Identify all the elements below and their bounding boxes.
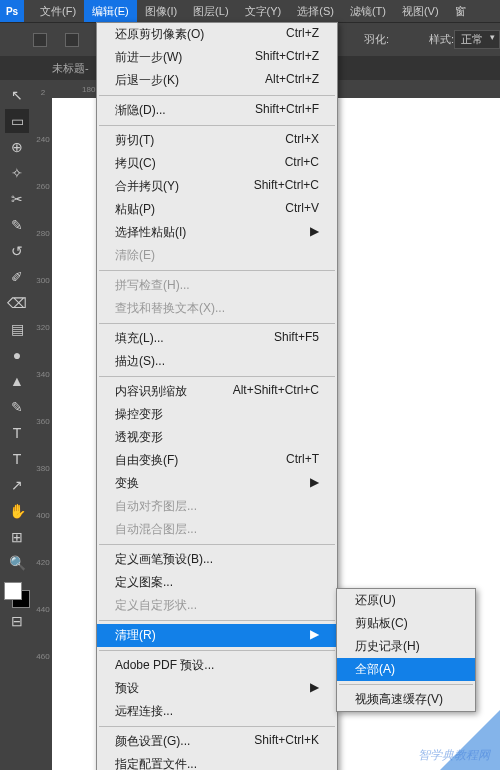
zoom-tool[interactable]: 🔍 xyxy=(5,551,29,575)
brush-tool[interactable]: ✐ xyxy=(5,265,29,289)
menu-item[interactable]: 剪切(T)Ctrl+X xyxy=(97,129,337,152)
menu-shortcut: Shift+F5 xyxy=(274,330,319,347)
menu-item[interactable]: 渐隐(D)...Shift+Ctrl+F xyxy=(97,99,337,122)
menu-item-label: 自动对齐图层... xyxy=(115,498,197,515)
menu-item[interactable]: 描边(S)... xyxy=(97,350,337,373)
menu-item[interactable]: 指定配置文件... xyxy=(97,753,337,770)
gradient-tool[interactable]: ▲ xyxy=(5,369,29,393)
stamp-tool[interactable]: ⌫ xyxy=(5,291,29,315)
menu-item[interactable]: 变换▶ xyxy=(97,472,337,495)
menu-item[interactable]: 定义画笔预设(B)... xyxy=(97,548,337,571)
menu-item-label: 还原剪切像素(O) xyxy=(115,26,204,43)
menu-item[interactable]: 定义图案... xyxy=(97,571,337,594)
blur-tool[interactable]: ✎ xyxy=(5,395,29,419)
menu-item-label: 颜色设置(G)... xyxy=(115,733,190,750)
marquee-preset-icon[interactable] xyxy=(33,33,47,47)
menu-item[interactable]: 视频高速缓存(V) xyxy=(337,688,475,711)
menu-item[interactable]: 合并拷贝(Y)Shift+Ctrl+C xyxy=(97,175,337,198)
menu-item[interactable]: 前进一步(W)Shift+Ctrl+Z xyxy=(97,46,337,69)
color-swatch[interactable] xyxy=(4,582,30,608)
purge-submenu: 还原(U)剪贴板(C)历史记录(H)全部(A)视频高速缓存(V) xyxy=(336,588,476,712)
menu-item[interactable]: 填充(L)...Shift+F5 xyxy=(97,327,337,350)
menu-item: 拼写检查(H)... xyxy=(97,274,337,297)
foreground-color[interactable] xyxy=(4,582,22,600)
style-label: 样式: xyxy=(429,32,454,47)
menu-item-label: 指定配置文件... xyxy=(115,756,197,770)
menu-item-label: 选择性粘贴(I) xyxy=(115,224,186,241)
menu-item[interactable]: 操控变形 xyxy=(97,403,337,426)
menu-item-label: 剪切(T) xyxy=(115,132,154,149)
menu-shortcut: Ctrl+V xyxy=(285,201,319,218)
menu-item: 查找和替换文本(X)... xyxy=(97,297,337,320)
eyedropper-tool[interactable]: ✎ xyxy=(5,213,29,237)
menu-item-label: 内容识别缩放 xyxy=(115,383,187,400)
menu-shortcut: Shift+Ctrl+C xyxy=(254,178,319,195)
menu-select[interactable]: 选择(S) xyxy=(289,0,342,22)
quickmask-tool[interactable]: ⊟ xyxy=(5,609,29,633)
marquee-mode-icon[interactable] xyxy=(65,33,79,47)
lasso-tool[interactable]: ⊕ xyxy=(5,135,29,159)
hand-tool[interactable]: ⊞ xyxy=(5,525,29,549)
menu-item-label: 远程连接... xyxy=(115,703,173,720)
menu-item-label: 清理(R) xyxy=(115,627,156,644)
menu-item[interactable]: 自由变换(F)Ctrl+T xyxy=(97,449,337,472)
menu-item[interactable]: 还原剪切像素(O)Ctrl+Z xyxy=(97,23,337,46)
menu-item[interactable]: 剪贴板(C) xyxy=(337,612,475,635)
path-tool[interactable]: ↗ xyxy=(5,473,29,497)
menu-item-label: 前进一步(W) xyxy=(115,49,182,66)
menu-item[interactable]: 内容识别缩放Alt+Shift+Ctrl+C xyxy=(97,380,337,403)
marquee-tool[interactable]: ▭ xyxy=(5,109,29,133)
menu-window[interactable]: 窗 xyxy=(447,0,474,22)
submenu-arrow-icon: ▶ xyxy=(310,224,319,241)
submenu-arrow-icon: ▶ xyxy=(310,475,319,492)
move-tool[interactable]: ↖ xyxy=(5,83,29,107)
menu-item-label: 全部(A) xyxy=(355,661,395,678)
menu-type[interactable]: 文字(Y) xyxy=(237,0,290,22)
menu-layer[interactable]: 图层(L) xyxy=(185,0,236,22)
menu-item[interactable]: 预设▶ xyxy=(97,677,337,700)
menu-item[interactable]: 后退一步(K)Alt+Ctrl+Z xyxy=(97,69,337,92)
menu-file[interactable]: 文件(F) xyxy=(32,0,84,22)
menu-item-label: 操控变形 xyxy=(115,406,163,423)
menu-item-label: 定义画笔预设(B)... xyxy=(115,551,213,568)
menu-item-label: 拼写检查(H)... xyxy=(115,277,190,294)
menu-item-label: 视频高速缓存(V) xyxy=(355,691,443,708)
type-tool[interactable]: T xyxy=(5,447,29,471)
menu-item-label: 描边(S)... xyxy=(115,353,165,370)
menu-item[interactable]: 远程连接... xyxy=(97,700,337,723)
menu-item[interactable]: 全部(A) xyxy=(337,658,475,681)
menu-item[interactable]: 选择性粘贴(I)▶ xyxy=(97,221,337,244)
menu-item-label: 清除(E) xyxy=(115,247,155,264)
menu-item: 自动混合图层... xyxy=(97,518,337,541)
menu-item-label: 自由变换(F) xyxy=(115,452,178,469)
menu-item-label: 透视变形 xyxy=(115,429,163,446)
menu-view[interactable]: 视图(V) xyxy=(394,0,447,22)
crop-tool[interactable]: ✂ xyxy=(5,187,29,211)
menu-image[interactable]: 图像(I) xyxy=(137,0,185,22)
submenu-arrow-icon: ▶ xyxy=(310,680,319,697)
style-dropdown[interactable]: 正常 xyxy=(454,30,500,49)
heal-tool[interactable]: ↺ xyxy=(5,239,29,263)
menu-item-label: 变换 xyxy=(115,475,139,492)
watermark-triangle xyxy=(440,710,500,770)
menu-item[interactable]: 拷贝(C)Ctrl+C xyxy=(97,152,337,175)
menu-item[interactable]: 清理(R)▶ xyxy=(97,624,337,647)
menu-item[interactable]: 还原(U) xyxy=(337,589,475,612)
toolbox: ↖ ▭ ⊕ ✧ ✂ ✎ ↺ ✐ ⌫ ▤ ● ▲ ✎ T T ↗ ✋ ⊞ 🔍 ⊟ xyxy=(0,80,34,770)
menu-item-label: 预设 xyxy=(115,680,139,697)
menu-item[interactable]: 颜色设置(G)...Shift+Ctrl+K xyxy=(97,730,337,753)
wand-tool[interactable]: ✧ xyxy=(5,161,29,185)
pen-tool[interactable]: T xyxy=(5,421,29,445)
menu-item[interactable]: Adobe PDF 预设... xyxy=(97,654,337,677)
menu-item[interactable]: 透视变形 xyxy=(97,426,337,449)
shape-tool[interactable]: ✋ xyxy=(5,499,29,523)
menu-filter[interactable]: 滤镜(T) xyxy=(342,0,394,22)
menu-item[interactable]: 粘贴(P)Ctrl+V xyxy=(97,198,337,221)
menu-edit[interactable]: 编辑(E) xyxy=(84,0,137,22)
menu-item[interactable]: 历史记录(H) xyxy=(337,635,475,658)
eraser-tool[interactable]: ● xyxy=(5,343,29,367)
tab-doc-1[interactable]: 未标题- xyxy=(42,56,99,80)
menu-shortcut: Ctrl+C xyxy=(285,155,319,172)
history-brush-tool[interactable]: ▤ xyxy=(5,317,29,341)
menu-item-label: 定义图案... xyxy=(115,574,173,591)
